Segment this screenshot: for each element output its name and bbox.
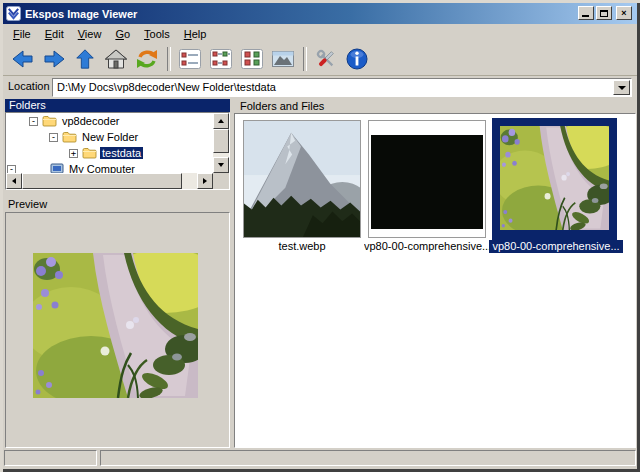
file-thumbnail-video-2-selected[interactable] <box>492 118 617 240</box>
back-icon <box>11 47 35 71</box>
status-bar-right <box>100 450 636 466</box>
tree-item-my-computer[interactable]: - My Computer <box>7 161 213 173</box>
menu-edit[interactable]: Edit <box>39 27 70 41</box>
forward-icon <box>42 47 66 71</box>
collapse-icon[interactable]: - <box>29 117 38 126</box>
tools-button[interactable] <box>313 46 339 72</box>
scroll-right-button[interactable] <box>197 173 213 189</box>
tree-item-label-selected[interactable]: testdata <box>100 147 143 159</box>
close-button[interactable]: × <box>616 6 632 20</box>
minimize-button[interactable] <box>578 6 594 20</box>
thumbnails-view-icon <box>271 47 295 71</box>
folder-tree: - vp8decoder - New Folder + <box>5 112 230 190</box>
chevron-down-icon <box>618 86 626 90</box>
close-icon: × <box>621 9 626 18</box>
location-combobox[interactable]: D:\My Docs\vp8decoder\New Folder\testdat… <box>52 78 632 97</box>
maximize-button[interactable] <box>596 6 612 20</box>
tree-item-label[interactable]: vp8decoder <box>60 115 122 127</box>
up-button[interactable] <box>72 46 98 72</box>
toolbar-separator <box>303 47 307 71</box>
video-frame-image <box>371 135 483 229</box>
menu-go[interactable]: Go <box>109 27 136 41</box>
tree-horizontal-scrollbar[interactable] <box>6 173 213 189</box>
home-button[interactable] <box>103 46 129 72</box>
file-label[interactable]: vp80-00-comprehensive... <box>364 240 490 253</box>
location-label: Location <box>8 80 50 92</box>
mountain-thumbnail-image <box>244 121 360 237</box>
menu-bar: File Edit View Go Tools Help <box>3 26 637 42</box>
list-view-button[interactable] <box>177 46 203 72</box>
files-panel-header: Folders and Files <box>240 100 324 112</box>
window-title: Ekspos Image Viewer <box>25 8 137 20</box>
thumbnails-view-button[interactable] <box>270 46 296 72</box>
file-thumbnail-test-webp[interactable] <box>243 120 361 238</box>
info-icon <box>345 47 369 71</box>
preview-image <box>33 253 198 398</box>
info-button[interactable] <box>344 46 370 72</box>
scroll-up-button[interactable] <box>213 113 229 129</box>
tree-item-label[interactable]: New Folder <box>80 131 140 143</box>
icons-view-icon <box>240 47 264 71</box>
refresh-icon <box>135 47 159 71</box>
menu-view[interactable]: View <box>72 27 108 41</box>
title-bar[interactable]: Ekspos Image Viewer × <box>3 3 637 24</box>
home-icon <box>104 47 128 71</box>
menu-help[interactable]: Help <box>178 27 213 41</box>
details-view-icon <box>209 47 233 71</box>
files-panel[interactable]: test.webp vp80-00-comprehensive... vp80-… <box>234 113 636 448</box>
folder-icon <box>62 131 77 143</box>
folders-panel-header: Folders <box>5 99 230 112</box>
details-view-button[interactable] <box>208 46 234 72</box>
app-window: Ekspos Image Viewer × File Edit View Go … <box>0 0 640 472</box>
file-label[interactable]: test.webp <box>239 240 365 253</box>
folder-icon <box>42 115 57 127</box>
minimize-icon <box>582 15 589 17</box>
arrow-left-icon <box>12 178 16 184</box>
back-button[interactable] <box>10 46 36 72</box>
collapse-icon[interactable]: - <box>49 133 58 142</box>
location-dropdown-button[interactable] <box>613 80 630 95</box>
menu-file[interactable]: File <box>7 27 37 41</box>
scrollbar-thumb[interactable] <box>213 129 229 153</box>
preview-panel-label: Preview <box>8 198 47 210</box>
scrollbar-corner <box>213 173 229 189</box>
toolbar <box>3 43 637 76</box>
tree-item-vp8decoder[interactable]: - vp8decoder <box>7 113 213 129</box>
arrow-down-icon <box>218 163 224 167</box>
folder-icon <box>82 147 97 159</box>
collapse-icon[interactable]: - <box>7 165 16 174</box>
arrow-right-icon <box>203 178 207 184</box>
tools-icon <box>314 47 338 71</box>
maximize-icon <box>600 10 608 17</box>
scrollbar-thumb[interactable] <box>22 173 182 189</box>
computer-icon <box>50 163 64 174</box>
app-icon <box>6 6 21 21</box>
list-view-icon <box>178 47 202 71</box>
file-thumbnail-video-1[interactable] <box>368 120 486 238</box>
refresh-button[interactable] <box>134 46 160 72</box>
icons-view-button[interactable] <box>239 46 265 72</box>
menu-tools[interactable]: Tools <box>138 27 176 41</box>
stream-thumbnail-image <box>500 126 609 230</box>
tree-vertical-scrollbar[interactable] <box>213 113 229 173</box>
file-label-selected[interactable]: vp80-00-comprehensive... <box>489 240 623 253</box>
arrow-up-icon <box>218 119 224 123</box>
status-bar-left <box>4 450 97 466</box>
expand-icon[interactable]: + <box>69 149 78 158</box>
forward-button[interactable] <box>41 46 67 72</box>
tree-item-testdata[interactable]: + testdata <box>7 145 213 161</box>
scroll-left-button[interactable] <box>6 173 22 189</box>
scroll-down-button[interactable] <box>213 157 229 173</box>
toolbar-separator <box>167 47 171 71</box>
tree-item-new-folder[interactable]: - New Folder <box>7 129 213 145</box>
preview-panel <box>5 212 230 448</box>
up-icon <box>74 47 96 71</box>
tree-item-label[interactable]: My Computer <box>67 163 137 173</box>
location-value[interactable]: D:\My Docs\vp8decoder\New Folder\testdat… <box>57 81 276 93</box>
